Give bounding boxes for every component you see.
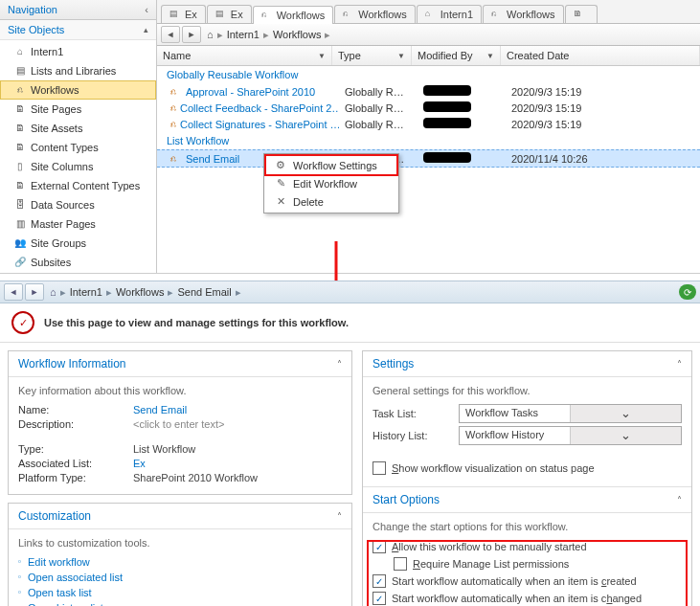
collapse-nav-icon[interactable]: ‹ — [145, 4, 148, 15]
value-associated-list[interactable]: Ex — [133, 458, 146, 469]
collapse-icon[interactable]: ˄ — [337, 359, 342, 370]
menu-edit-workflow[interactable]: ✎ Edit Workflow — [266, 174, 396, 192]
label-platform: Platform Type: — [18, 472, 133, 483]
sidebar-item-data-sources[interactable]: 🗄Data Sources — [0, 195, 156, 214]
tab-workflows[interactable]: ⎌Workflows — [483, 5, 564, 23]
tree-item-icon: 🗄 — [13, 198, 27, 212]
table-row[interactable]: ⎌Collect Signatures - SharePoint …Global… — [157, 116, 700, 132]
tab-blank[interactable]: 🗎 — [565, 5, 598, 23]
column-created-date[interactable]: Created Date — [501, 46, 700, 65]
label-task-list: Task List: — [373, 408, 459, 419]
start-on-create-checkbox[interactable]: ✓ Start workflow automatically when an i… — [373, 574, 682, 588]
settings-header[interactable]: Settings ˄ — [363, 351, 691, 377]
start-options-header[interactable]: Start Options ˄ — [363, 486, 691, 513]
column-modified-by[interactable]: Modified By▼ — [412, 46, 501, 65]
menu-delete[interactable]: ✕ Delete — [266, 192, 396, 211]
sidebar-item-site-pages[interactable]: 🗎Site Pages — [0, 100, 156, 119]
breadcrumb-workflows[interactable]: Workflows — [116, 286, 165, 298]
group-globally-reusable: Globally Reusable Workflow — [157, 66, 700, 83]
breadcrumb-intern1[interactable]: Intern1 — [70, 286, 102, 298]
breadcrumb-sep-icon: ▸ — [263, 29, 269, 41]
link-open-task-list[interactable]: Open task list — [18, 587, 342, 598]
checkbox-icon[interactable]: ✓ — [373, 540, 386, 553]
row-name: Collect Feedback - SharePoint 2… — [180, 102, 339, 114]
dropdown-icon[interactable]: ▼ — [318, 52, 326, 60]
row-created-date: 2020/9/3 15:19 — [506, 101, 700, 115]
tree-item-label: Lists and Libraries — [31, 63, 116, 79]
home-icon[interactable]: ⌂ — [207, 29, 214, 40]
sidebar-item-lists-and-libraries[interactable]: ▤Lists and Libraries — [0, 61, 156, 80]
sidebar-item-content-types[interactable]: 🗎Content Types — [0, 138, 156, 157]
breadcrumb-sep-icon: ▸ — [217, 29, 223, 41]
tree-item-label: Workflows — [31, 82, 79, 98]
tab-ex[interactable]: ▤Ex — [161, 5, 206, 23]
site-objects-caret-icon: ▴ — [144, 25, 148, 34]
dropdown-icon[interactable]: ▼ — [486, 52, 494, 60]
row-created-date: 2020/9/3 15:19 — [506, 118, 700, 131]
breadcrumb-workflows[interactable]: Workflows — [273, 29, 322, 40]
show-visualization-checkbox[interactable]: Show workflow visualization on status pa… — [373, 461, 682, 475]
require-manage-list-checkbox[interactable]: Require Manage List permissions — [394, 557, 682, 571]
link-open-history-list[interactable]: Open history list — [18, 602, 342, 606]
sidebar-item-site-assets[interactable]: 🗎Site Assets — [0, 119, 156, 138]
menu-workflow-settings[interactable]: ⚙ Workflow Settings — [266, 156, 396, 174]
history-list-select[interactable]: Workflow History⌄ — [459, 426, 682, 445]
breadcrumb-sep-icon: ▸ — [168, 286, 173, 299]
workflow-info-header[interactable]: Workflow Information ˄ — [9, 351, 351, 377]
collapse-icon[interactable]: ˄ — [337, 511, 342, 522]
home-icon[interactable]: ⌂ — [50, 286, 56, 298]
collapse-icon[interactable]: ˄ — [677, 359, 682, 370]
column-type[interactable]: Type▼ — [332, 46, 412, 65]
sidebar-item-site-groups[interactable]: 👥Site Groups — [0, 234, 156, 253]
dropdown-icon[interactable]: ▼ — [397, 52, 405, 60]
customization-header[interactable]: Customization ˄ — [9, 504, 351, 529]
sidebar-item-external-content-types[interactable]: 🗎External Content Types — [0, 176, 156, 195]
sidebar-item-workflows[interactable]: ⎌Workflows — [0, 80, 156, 100]
column-name[interactable]: Name▼ — [157, 46, 332, 65]
breadcrumb-intern1[interactable]: Intern1 — [227, 29, 260, 40]
nav-forward-button[interactable]: ► — [25, 283, 44, 301]
sidebar-item-all-files[interactable]: 🗀All Files — [0, 272, 156, 273]
checkbox-icon[interactable] — [394, 557, 407, 571]
nav-forward-button[interactable]: ► — [182, 26, 201, 43]
tab-icon: ⎌ — [491, 9, 503, 20]
tab-ex[interactable]: ▤Ex — [207, 5, 252, 23]
value-description[interactable]: <click to enter text> — [133, 418, 224, 430]
link-edit-workflow[interactable]: Edit workflow — [18, 556, 342, 568]
redacted-icon — [423, 101, 471, 112]
chevron-down-icon[interactable]: ⌄ — [570, 427, 681, 444]
nav-back-button[interactable]: ◄ — [161, 26, 180, 43]
tab-icon: ⌂ — [425, 9, 437, 20]
navigation-header[interactable]: Navigation ‹ — [0, 0, 156, 20]
tab-workflows[interactable]: ⎌Workflows — [253, 6, 334, 24]
sidebar-item-site-columns[interactable]: ▯Site Columns — [0, 157, 156, 176]
start-on-change-label: Start workflow automatically when an ite… — [392, 593, 642, 604]
task-list-select[interactable]: Workflow Tasks⌄ — [459, 404, 682, 423]
label-name: Name: — [18, 404, 133, 415]
sidebar-item-subsites[interactable]: 🔗Subsites — [0, 253, 156, 272]
link-open-associated-list[interactable]: Open associated list — [18, 572, 342, 583]
workflow-icon: ⎌ — [170, 153, 182, 164]
sidebar-item-intern1[interactable]: ⌂Intern1 — [0, 42, 156, 61]
start-on-change-checkbox[interactable]: ✓ Start workflow automatically when an i… — [373, 592, 682, 605]
checkbox-icon[interactable]: ✓ — [373, 592, 386, 605]
nav-back-button[interactable]: ◄ — [4, 283, 23, 301]
table-row[interactable]: ⎌Approval - SharePoint 2010Globally R…20… — [157, 83, 700, 100]
refresh-button[interactable]: ⟳ — [679, 284, 696, 300]
row-modified-by — [418, 151, 506, 166]
site-objects-header[interactable]: Site Objects ▴ — [0, 20, 156, 40]
checkbox-icon[interactable] — [373, 461, 386, 475]
settings-desc: General settings for this workflow. — [373, 385, 682, 396]
allow-manual-start-checkbox[interactable]: ✓ Allow this workflow to be manually sta… — [373, 540, 682, 553]
sidebar-item-master-pages[interactable]: ▥Master Pages — [0, 214, 156, 234]
value-name[interactable]: Send Email — [133, 404, 187, 415]
breadcrumb-sep-icon: ▸ — [236, 286, 241, 299]
collapse-icon[interactable]: ˄ — [677, 495, 682, 505]
tab-workflows[interactable]: ⎌Workflows — [334, 5, 416, 23]
chevron-down-icon[interactable]: ⌄ — [570, 405, 681, 422]
breadcrumb-send-email[interactable]: Send Email — [177, 286, 231, 298]
tab-intern1[interactable]: ⌂Intern1 — [417, 5, 482, 23]
checkbox-icon[interactable]: ✓ — [373, 574, 386, 588]
table-row[interactable]: ⎌Collect Feedback - SharePoint 2…Globall… — [157, 100, 700, 116]
table-row[interactable]: ⎌Send EmailList Workfl…2020/11/4 10:26 — [157, 149, 700, 168]
